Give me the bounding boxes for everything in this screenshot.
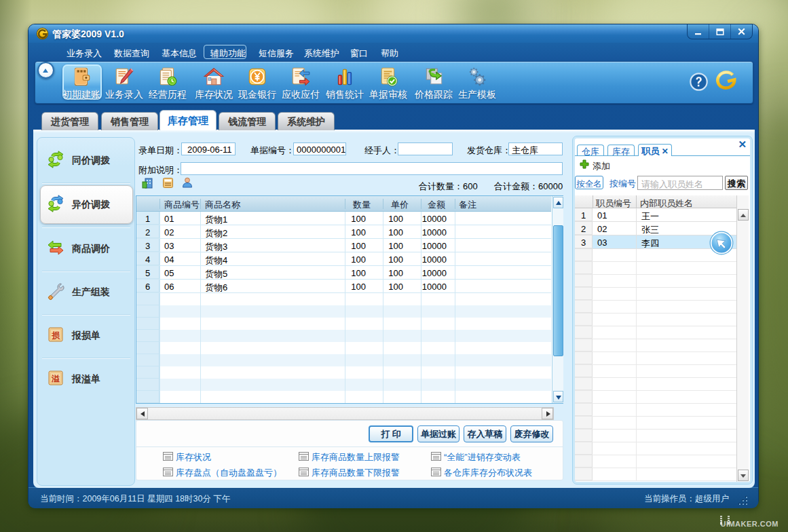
svg-text:溢: 溢 [51, 374, 60, 383]
svg-text:损: 损 [51, 330, 60, 340]
